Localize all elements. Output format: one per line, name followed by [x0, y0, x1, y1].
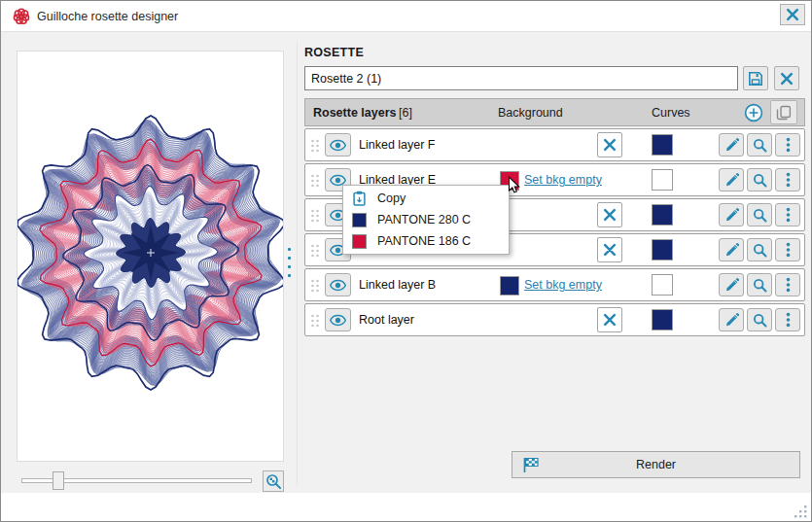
zoom-slider-thumb[interactable]	[53, 471, 64, 490]
ellipsis-icon	[786, 277, 791, 293]
content-area: ROSETTE Rosette layers [6] Background Cu…	[1, 31, 811, 493]
clipboard-copy-icon	[352, 191, 367, 206]
window-footer	[1, 493, 811, 521]
rosette-guilloche-image	[18, 52, 283, 461]
plus-circle-icon	[744, 103, 765, 122]
curves-color-swatch[interactable]	[652, 134, 673, 156]
eye-icon	[330, 279, 346, 292]
visibility-toggle-button[interactable]	[325, 273, 351, 296]
context-menu-item[interactable]: PANTONE 280 C	[343, 209, 509, 230]
ellipsis-icon	[786, 242, 791, 258]
render-button[interactable]: Render	[512, 451, 800, 478]
inspect-layer-button[interactable]	[747, 308, 772, 331]
zoom-fit-button[interactable]	[263, 470, 284, 492]
context-menu-item-label: PANTONE 280 C	[377, 213, 471, 226]
duplicate-layer-button[interactable]	[770, 100, 797, 124]
ellipsis-icon	[786, 172, 791, 188]
background-empty-button[interactable]	[597, 202, 622, 227]
layers-table-header: Rosette layers [6] Background Curves	[304, 98, 805, 126]
save-rosette-button[interactable]	[743, 66, 768, 90]
rosette-app-icon	[13, 8, 30, 25]
layer-menu-button[interactable]	[775, 168, 800, 191]
window-title: Guilloche rosette designer	[37, 10, 178, 23]
inspect-layer-button[interactable]	[747, 273, 772, 296]
close-icon	[603, 243, 617, 257]
edit-layer-button[interactable]	[719, 133, 744, 157]
set-bkg-empty-link[interactable]: Set bkg empty	[524, 278, 602, 292]
context-menu: Copy PANTONE 280 C PANTONE 186 C	[342, 185, 510, 255]
resize-grip[interactable]	[793, 504, 808, 519]
close-icon	[786, 8, 799, 21]
edit-layer-button[interactable]	[719, 238, 744, 261]
column-header-background: Background	[498, 106, 563, 120]
layer-menu-button[interactable]	[775, 203, 800, 226]
window-close-button[interactable]	[780, 4, 805, 25]
eye-icon	[330, 314, 346, 327]
drag-handle-icon[interactable]	[310, 174, 320, 188]
copy-icon	[776, 105, 792, 121]
curves-color-swatch[interactable]	[652, 309, 673, 331]
panel-divider	[297, 42, 298, 485]
layer-menu-button[interactable]	[775, 273, 800, 296]
ellipsis-icon	[786, 207, 791, 223]
close-rosette-button[interactable]	[774, 66, 799, 90]
set-bkg-empty-link[interactable]: Set bkg empty	[524, 173, 602, 187]
rosette-name-input[interactable]	[304, 66, 738, 90]
pantone-color-swatch	[352, 213, 367, 227]
splitter-handle[interactable]	[285, 248, 294, 277]
edit-layer-button[interactable]	[719, 273, 744, 296]
magnifier-icon	[753, 243, 767, 258]
context-menu-item-label: PANTONE 186 C	[377, 234, 471, 248]
layer-menu-button[interactable]	[775, 238, 800, 261]
layers-table-title: Rosette layers	[313, 106, 396, 120]
layer-menu-button[interactable]	[775, 133, 800, 157]
edit-layer-button[interactable]	[719, 168, 744, 191]
close-icon	[780, 72, 794, 86]
pencil-icon	[724, 243, 739, 258]
drag-handle-icon[interactable]	[310, 139, 320, 153]
inspect-layer-button[interactable]	[747, 168, 772, 191]
add-layer-button[interactable]	[744, 102, 765, 123]
background-empty-button[interactable]	[597, 132, 622, 157]
rosette-preview	[17, 51, 284, 462]
layer-row: Linked layer F	[304, 128, 805, 161]
drag-handle-icon[interactable]	[310, 244, 320, 258]
layer-name: Root layer	[359, 313, 414, 327]
magnifier-icon	[753, 313, 767, 328]
curves-color-swatch[interactable]	[652, 169, 673, 191]
ellipsis-icon	[786, 137, 791, 153]
edit-layer-button[interactable]	[719, 203, 744, 226]
context-menu-item[interactable]: PANTONE 186 C	[343, 230, 509, 252]
visibility-toggle-button[interactable]	[325, 308, 351, 331]
close-icon	[603, 138, 617, 152]
layer-menu-button[interactable]	[775, 308, 800, 331]
save-icon	[748, 71, 763, 87]
ellipsis-icon	[786, 312, 791, 328]
edit-layer-button[interactable]	[719, 308, 744, 331]
inspect-layer-button[interactable]	[747, 133, 772, 157]
drag-handle-icon[interactable]	[310, 209, 320, 223]
render-button-label: Render	[636, 458, 676, 471]
layer-row: Root layer	[304, 303, 805, 336]
inspect-layer-button[interactable]	[747, 238, 772, 261]
curves-color-swatch[interactable]	[652, 274, 673, 296]
visibility-toggle-button[interactable]	[325, 133, 351, 157]
curves-color-swatch[interactable]	[652, 239, 673, 261]
inspect-layer-button[interactable]	[747, 203, 772, 226]
window: Guilloche rosette designer ROSETTE Roset…	[0, 0, 812, 522]
background-empty-button[interactable]	[597, 237, 622, 262]
pencil-icon	[724, 313, 739, 328]
column-header-curves: Curves	[652, 106, 690, 120]
pencil-icon	[724, 138, 739, 153]
titlebar: Guilloche rosette designer	[1, 1, 811, 31]
context-menu-item[interactable]: Copy	[343, 188, 509, 209]
pencil-icon	[724, 173, 739, 188]
drag-handle-icon[interactable]	[310, 279, 320, 293]
drag-handle-icon[interactable]	[310, 314, 320, 328]
background-color-swatch[interactable]	[500, 276, 519, 296]
curves-color-swatch[interactable]	[652, 204, 673, 226]
background-empty-button[interactable]	[597, 307, 622, 332]
layer-row: Linked layer B Set bkg empty	[304, 268, 805, 301]
pencil-icon	[724, 208, 739, 223]
layers-count-badge: [6]	[399, 106, 412, 120]
